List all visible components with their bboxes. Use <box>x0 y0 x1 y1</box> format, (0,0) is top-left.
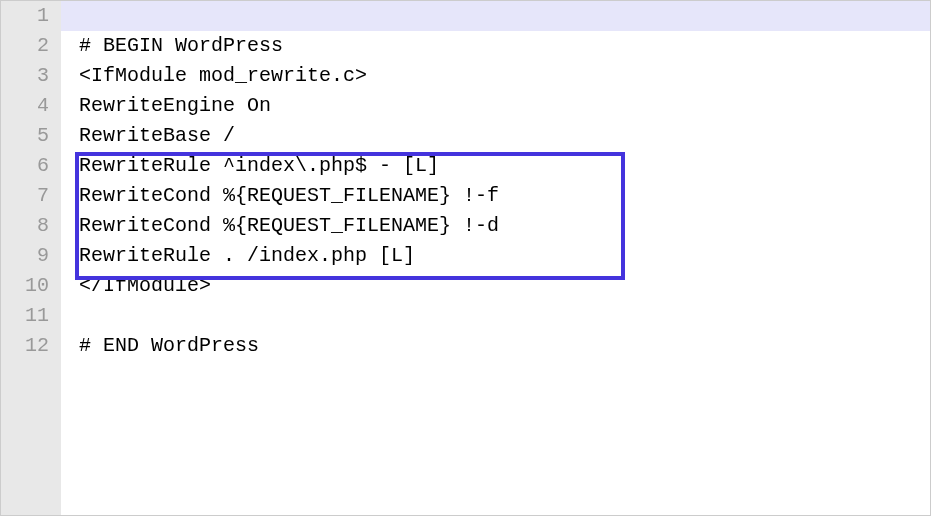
code-line[interactable]: # END WordPress <box>61 331 930 361</box>
line-number: 2 <box>1 31 49 61</box>
code-editor[interactable]: 1 2 3 4 5 6 7 8 9 10 11 12 # BEGIN WordP… <box>1 1 930 515</box>
code-line[interactable]: <IfModule mod_rewrite.c> <box>61 61 930 91</box>
line-number: 11 <box>1 301 49 331</box>
code-line[interactable]: RewriteEngine On <box>61 91 930 121</box>
line-number: 1 <box>1 1 49 31</box>
code-content-area[interactable]: # BEGIN WordPress <IfModule mod_rewrite.… <box>61 1 930 515</box>
line-number: 5 <box>1 121 49 151</box>
line-number: 3 <box>1 61 49 91</box>
line-number: 8 <box>1 211 49 241</box>
code-line[interactable] <box>61 301 930 331</box>
line-number-gutter: 1 2 3 4 5 6 7 8 9 10 11 12 <box>1 1 61 515</box>
line-number: 7 <box>1 181 49 211</box>
code-line[interactable]: RewriteRule . /index.php [L] <box>61 241 930 271</box>
line-number: 4 <box>1 91 49 121</box>
line-number: 9 <box>1 241 49 271</box>
code-line[interactable] <box>61 1 930 31</box>
code-line[interactable]: RewriteRule ^index\.php$ - [L] <box>61 151 930 181</box>
code-line[interactable]: RewriteCond %{REQUEST_FILENAME} !-d <box>61 211 930 241</box>
line-number: 12 <box>1 331 49 361</box>
code-line[interactable]: RewriteCond %{REQUEST_FILENAME} !-f <box>61 181 930 211</box>
code-line[interactable]: # BEGIN WordPress <box>61 31 930 61</box>
code-line[interactable]: </IfModule> <box>61 271 930 301</box>
line-number: 6 <box>1 151 49 181</box>
line-number: 10 <box>1 271 49 301</box>
code-line[interactable]: RewriteBase / <box>61 121 930 151</box>
